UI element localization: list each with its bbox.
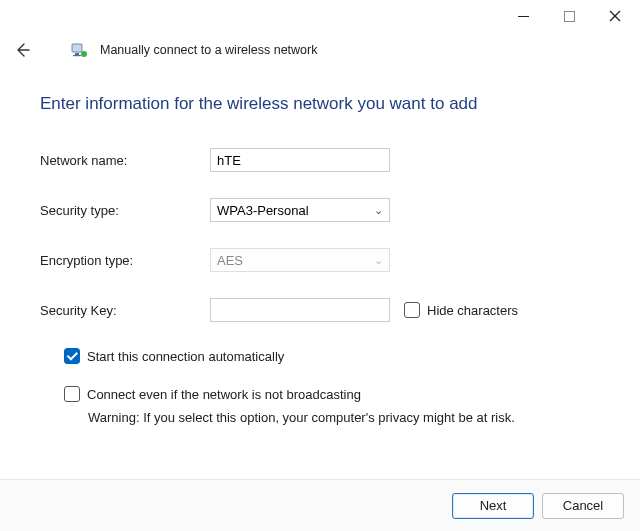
- connect-hidden-label: Connect even if the network is not broad…: [87, 387, 361, 402]
- connect-hidden-checkbox[interactable]: [64, 386, 80, 402]
- security-type-value: WPA3-Personal: [217, 203, 309, 218]
- svg-rect-1: [564, 11, 574, 21]
- svg-rect-6: [73, 55, 81, 56]
- hide-characters-option[interactable]: Hide characters: [404, 302, 518, 318]
- chevron-down-icon: ⌄: [374, 254, 383, 267]
- security-key-input[interactable]: [210, 298, 390, 322]
- back-button[interactable]: [12, 40, 32, 60]
- svg-point-7: [81, 51, 87, 57]
- auto-connect-option[interactable]: Start this connection automatically: [64, 348, 600, 364]
- svg-rect-4: [72, 44, 82, 52]
- maximize-button[interactable]: [546, 0, 592, 32]
- minimize-button[interactable]: [500, 0, 546, 32]
- auto-connect-checkbox[interactable]: [64, 348, 80, 364]
- hide-characters-checkbox[interactable]: [404, 302, 420, 318]
- security-type-select[interactable]: WPA3-Personal ⌄: [210, 198, 390, 222]
- security-key-label: Security Key:: [40, 303, 210, 318]
- next-button[interactable]: Next: [452, 493, 534, 519]
- connect-hidden-option[interactable]: Connect even if the network is not broad…: [64, 386, 600, 402]
- svg-rect-5: [75, 53, 79, 55]
- hide-characters-label: Hide characters: [427, 303, 518, 318]
- encryption-type-value: AES: [217, 253, 243, 268]
- warning-text: Warning: If you select this option, your…: [88, 410, 600, 425]
- cancel-button[interactable]: Cancel: [542, 493, 624, 519]
- chevron-down-icon: ⌄: [374, 204, 383, 217]
- network-name-input[interactable]: [210, 148, 390, 172]
- encryption-type-select: AES ⌄: [210, 248, 390, 272]
- close-button[interactable]: [592, 0, 638, 32]
- network-icon: [70, 41, 88, 59]
- auto-connect-label: Start this connection automatically: [87, 349, 284, 364]
- network-name-label: Network name:: [40, 153, 210, 168]
- encryption-type-label: Encryption type:: [40, 253, 210, 268]
- security-type-label: Security type:: [40, 203, 210, 218]
- arrow-left-icon: [14, 42, 30, 58]
- page-heading: Enter information for the wireless netwo…: [40, 94, 600, 114]
- window-title: Manually connect to a wireless network: [100, 43, 317, 57]
